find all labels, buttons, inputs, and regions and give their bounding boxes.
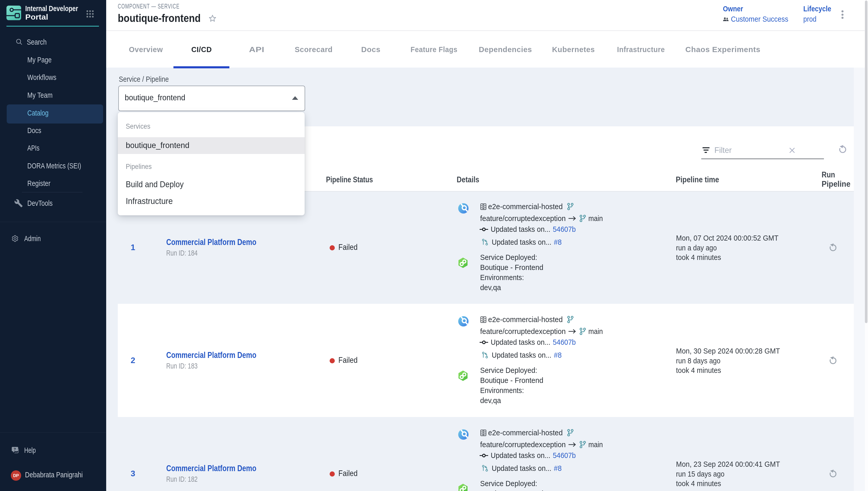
svg-text:?: ? — [14, 447, 16, 451]
